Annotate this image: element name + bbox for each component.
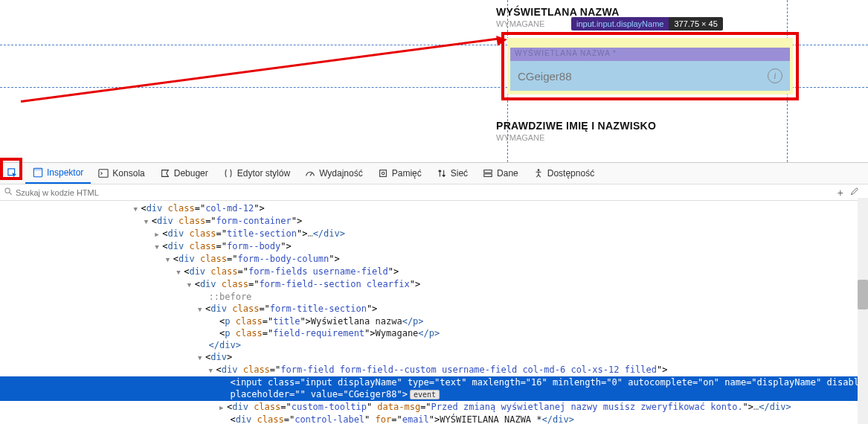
tab-label: Dane	[497, 168, 518, 179]
memory-icon	[378, 168, 388, 179]
input-value-display: CGeiger88	[518, 70, 572, 83]
dom-node[interactable]: ▶<div class="custom-tooltip" data-msg="P…	[0, 401, 868, 414]
svg-line-11	[10, 192, 12, 194]
tab-accessibility[interactable]: Dostępność	[526, 163, 602, 184]
dom-node[interactable]: <p class="field-requirement">Wymagane</p…	[0, 327, 868, 339]
inspector-element-tooltip: input.input.displayName 377.75 × 45	[571, 17, 723, 30]
annotation-arrow-head	[496, 34, 508, 46]
tab-memory[interactable]: Pamięć	[370, 163, 429, 184]
dom-node[interactable]: ▼<div class="form-field--section clearfi…	[0, 278, 868, 291]
tab-label: Dostępność	[547, 168, 594, 179]
svg-rect-2	[33, 168, 42, 170]
tab-label: Inspektor	[47, 167, 83, 178]
devtools-tab-bar: Inspektor Konsola Debuger Edytor stylów …	[0, 162, 868, 184]
style-editor-icon	[223, 168, 234, 179]
highlight-annotation-picker	[0, 158, 22, 180]
svg-rect-8	[484, 174, 492, 177]
field-label-display-name: WYŚWIETLANA NAZWA	[496, 6, 823, 18]
tab-label: Wydajność	[319, 168, 363, 179]
dom-node-selected[interactable]: <input class="input displayName" type="t…	[0, 376, 868, 401]
dom-node[interactable]: ▶<div class="title-section">…</div>	[0, 228, 868, 240]
dom-node[interactable]: ▼<div class="form--body">	[0, 240, 868, 253]
annotation-arrow	[21, 38, 498, 103]
svg-line-4	[310, 173, 312, 176]
tab-label: Konsola	[112, 168, 144, 179]
event-badge[interactable]: event	[410, 390, 440, 399]
tab-network[interactable]: Sieć	[429, 163, 475, 184]
dom-node[interactable]: ▼<div class="form-field form-field--cust…	[0, 364, 868, 376]
dom-node[interactable]: ▼<div class="form--body-column">	[0, 253, 868, 266]
svg-rect-7	[484, 170, 492, 173]
tab-debugger[interactable]: Debuger	[152, 163, 216, 184]
tab-console[interactable]: Konsola	[91, 163, 152, 184]
tab-storage[interactable]: Dane	[475, 163, 526, 184]
svg-rect-3	[99, 170, 108, 178]
dom-pseudo[interactable]: ::before	[0, 291, 868, 303]
info-icon: i	[768, 68, 782, 83]
scrollbar-vertical[interactable]	[858, 198, 868, 424]
field-required: WYMAGANE	[496, 133, 823, 142]
overlay-label: WYŚWIETLANA NAZWA *	[515, 49, 617, 57]
dom-node[interactable]: ▼<div class="form-title-section">	[0, 303, 868, 315]
console-icon	[98, 168, 109, 179]
dom-node[interactable]: ▼<div class="form-container">	[0, 215, 868, 228]
inspector-icon	[33, 167, 43, 178]
scrollbar-thumb[interactable]	[858, 280, 868, 309]
debugger-icon	[160, 168, 170, 179]
network-icon	[437, 168, 447, 179]
svg-rect-5	[379, 170, 386, 177]
svg-point-10	[5, 188, 10, 193]
tab-style-editor[interactable]: Edytor stylów	[216, 163, 298, 184]
tab-label: Sieć	[451, 168, 468, 179]
tab-label: Edytor stylów	[237, 168, 290, 179]
svg-point-6	[382, 172, 385, 175]
highlight-annotation-main: WYŚWIETLANA NAZWA * CGeiger88 i	[501, 32, 799, 100]
tab-performance[interactable]: Wydajność	[298, 163, 370, 184]
dom-node[interactable]: </div>	[0, 339, 868, 351]
dom-node[interactable]: <div class="control-label" for="email">W…	[0, 414, 868, 424]
page-viewport: WYŚWIETLANA NAZWA WYMAGANE PRAWDZIWE IMI…	[0, 0, 868, 162]
dom-node[interactable]: ▼<div class="col-md-12">	[0, 202, 868, 215]
dom-tree-panel[interactable]: ▼<div class="col-md-12"> ▼<div class="fo…	[0, 201, 868, 424]
accessibility-icon	[533, 168, 544, 179]
performance-icon	[305, 168, 315, 179]
field-label-real-name: PRAWDZIWE IMIĘ I NAZWISKO	[496, 120, 823, 132]
dom-node[interactable]: ▼<div class="form-fields username-field"…	[0, 266, 868, 278]
html-search-input[interactable]	[16, 188, 838, 197]
add-node-button[interactable]: +	[838, 187, 843, 199]
tab-label: Debuger	[174, 168, 208, 179]
tab-inspector[interactable]: Inspektor	[25, 163, 91, 184]
tab-label: Pamięć	[392, 168, 422, 179]
storage-icon	[483, 168, 493, 179]
dom-node[interactable]: <p class="title">Wyświetlana nazwa</p>	[0, 315, 868, 327]
eyedropper-button[interactable]	[849, 187, 859, 199]
html-search-bar: +	[0, 184, 868, 201]
svg-point-9	[537, 169, 539, 171]
search-icon	[4, 187, 13, 198]
dom-node[interactable]: ▼<div>	[0, 351, 868, 364]
